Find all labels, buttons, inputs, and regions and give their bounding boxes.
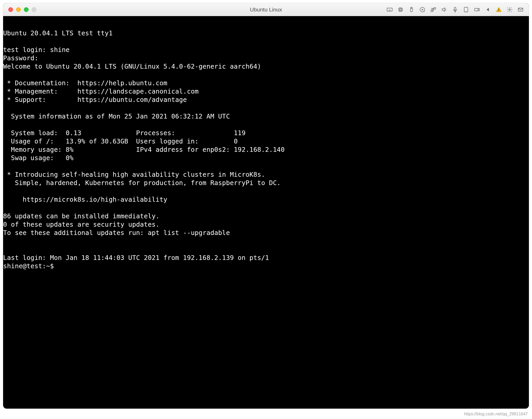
svg-rect-20 xyxy=(410,9,413,12)
minimize-button[interactable] xyxy=(16,7,21,12)
svg-rect-33 xyxy=(475,8,478,11)
warning-icon[interactable] xyxy=(495,6,502,13)
window-title: Ubuntu Linux xyxy=(250,6,282,13)
mail-icon[interactable] xyxy=(517,6,524,13)
svg-rect-8 xyxy=(400,9,401,10)
tablet-icon[interactable] xyxy=(462,6,470,13)
camera-icon[interactable] xyxy=(473,6,481,13)
svg-rect-24 xyxy=(431,10,433,12)
svg-rect-28 xyxy=(454,7,456,10)
keyboard-icon[interactable] xyxy=(386,6,393,13)
settings-icon[interactable] xyxy=(506,6,513,13)
microphone-icon[interactable] xyxy=(451,6,459,13)
svg-rect-25 xyxy=(434,8,436,9)
svg-rect-0 xyxy=(387,8,392,11)
close-button[interactable] xyxy=(8,7,13,12)
usb-icon[interactable] xyxy=(408,6,415,13)
sound-icon[interactable] xyxy=(441,6,448,13)
terminal-area[interactable]: Ubuntu 20.04.1 LTS test tty1 test login:… xyxy=(3,16,529,409)
traffic-lights xyxy=(3,7,36,12)
watermark: https://blog.csdn.net/qq_29911647 xyxy=(464,412,528,416)
svg-rect-7 xyxy=(399,8,402,11)
cpu-icon[interactable] xyxy=(397,6,404,13)
svg-point-36 xyxy=(509,9,510,10)
titlebar: Ubuntu Linux xyxy=(3,3,529,16)
disc-icon[interactable] xyxy=(419,6,426,13)
network-icon[interactable] xyxy=(430,6,437,13)
zoom-button[interactable] xyxy=(24,7,29,12)
inactive-light xyxy=(32,7,36,12)
back-icon[interactable] xyxy=(484,6,491,13)
svg-point-35 xyxy=(498,10,499,11)
vm-window: Ubuntu Linux xyxy=(3,3,529,409)
svg-point-22 xyxy=(422,9,423,10)
toolbar-icons xyxy=(386,6,529,13)
terminal-output: Ubuntu 20.04.1 LTS test tty1 test login:… xyxy=(3,29,285,270)
